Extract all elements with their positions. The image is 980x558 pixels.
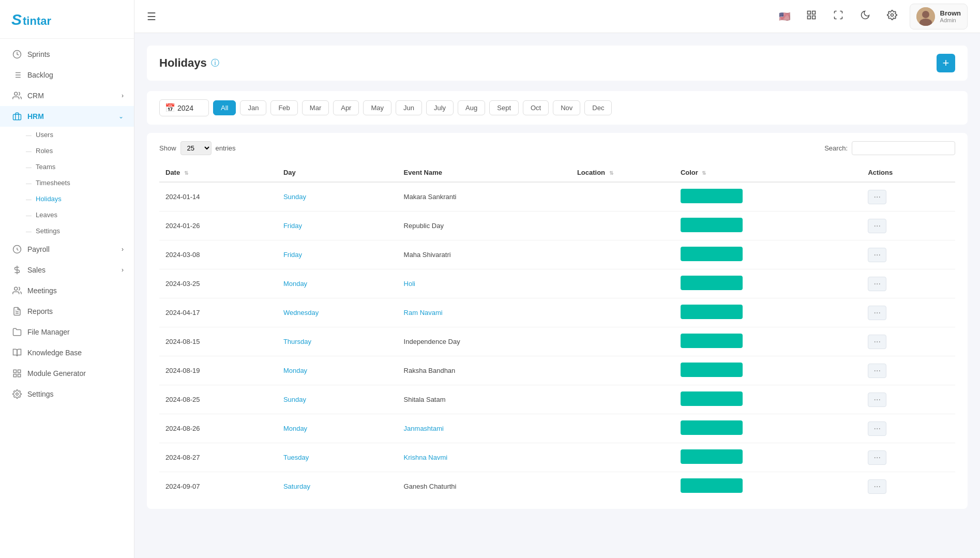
hrm-icon: [12, 111, 22, 122]
dark-mode-button[interactable]: [856, 7, 875, 26]
cell-location: [571, 385, 674, 414]
sidebar-item-knowledge-base[interactable]: Knowledge Base: [0, 342, 134, 363]
cell-date: 2024-04-17: [159, 298, 277, 327]
cell-event-name: Ganesh Chaturthi: [398, 472, 571, 501]
year-input[interactable]: [177, 104, 203, 112]
sidebar-item-settings[interactable]: Settings: [0, 384, 134, 404]
cell-color: [674, 240, 862, 269]
main-content: Holidays ⓘ + 📅 All Jan Feb Mar Apr May J…: [134, 33, 980, 558]
fullscreen-button[interactable]: [829, 7, 848, 26]
month-btn-jun[interactable]: Jun: [396, 100, 422, 115]
sidebar-item-payroll[interactable]: Payroll ›: [0, 239, 134, 260]
sidebar-item-teams[interactable]: Teams: [26, 159, 134, 175]
row-actions-button[interactable]: ···: [868, 277, 886, 291]
sidebar-item-backlog[interactable]: Backlog: [0, 65, 134, 85]
sidebar-item-users[interactable]: Users: [26, 127, 134, 143]
sidebar-item-payroll-label: Payroll: [27, 245, 50, 253]
cell-event-name: Raksha Bandhan: [398, 356, 571, 385]
sidebar-item-module-generator[interactable]: Module Generator: [0, 363, 134, 384]
svg-rect-19: [18, 374, 21, 377]
col-date[interactable]: Date ⇅: [159, 163, 277, 182]
calendar-icon: 📅: [165, 103, 175, 113]
row-actions-button[interactable]: ···: [868, 450, 886, 465]
page-title-row: Holidays ⓘ: [159, 56, 219, 70]
sidebar-item-holidays[interactable]: Holidays: [26, 191, 134, 207]
avatar: [916, 7, 935, 26]
table-row: 2024-01-26 Friday Republic Day ···: [159, 212, 955, 240]
entries-select[interactable]: 10 25 50 100: [180, 141, 212, 155]
settings-gear-button[interactable]: [883, 7, 901, 26]
sidebar-item-meetings[interactable]: Meetings: [0, 280, 134, 301]
color-swatch: [681, 189, 743, 203]
row-actions-button[interactable]: ···: [868, 393, 886, 407]
row-actions-button[interactable]: ···: [868, 219, 886, 233]
svg-point-27: [922, 11, 929, 18]
year-picker[interactable]: 📅: [159, 99, 209, 116]
col-event-name: Event Name: [398, 163, 571, 182]
col-day: Day: [277, 163, 398, 182]
cell-actions: ···: [862, 182, 955, 212]
color-swatch: [681, 449, 743, 464]
row-actions-button[interactable]: ···: [868, 248, 886, 262]
month-btn-all[interactable]: All: [213, 100, 236, 115]
cell-actions: ···: [862, 443, 955, 472]
sidebar-item-crm[interactable]: CRM ›: [0, 85, 134, 106]
month-btn-apr[interactable]: Apr: [333, 100, 359, 115]
month-btn-feb[interactable]: Feb: [270, 100, 297, 115]
table-row: 2024-08-27 Tuesday Krishna Navmi ···: [159, 443, 955, 472]
sidebar-item-sprints[interactable]: Sprints: [0, 44, 134, 65]
cell-location: [571, 356, 674, 385]
cell-day: Monday: [277, 356, 398, 385]
sidebar-item-reports[interactable]: Reports: [0, 301, 134, 322]
hamburger-button[interactable]: ☰: [147, 10, 156, 23]
payroll-icon: [12, 244, 22, 254]
cell-actions: ···: [862, 356, 955, 385]
sidebar-item-hrm[interactable]: HRM ⌄: [0, 106, 134, 127]
sidebar-item-sales[interactable]: Sales ›: [0, 260, 134, 280]
month-btn-nov[interactable]: Nov: [553, 100, 580, 115]
month-btn-dec[interactable]: Dec: [584, 100, 612, 115]
date-sort-icon: ⇅: [184, 170, 188, 176]
cell-day: Saturday: [277, 472, 398, 501]
fullscreen-icon: [833, 10, 843, 23]
col-location[interactable]: Location ⇅: [571, 163, 674, 182]
month-btn-mar[interactable]: Mar: [302, 100, 329, 115]
search-input[interactable]: [852, 141, 955, 155]
sales-icon: [12, 265, 22, 275]
sidebar-item-file-manager[interactable]: File Manager: [0, 322, 134, 342]
language-flag-button[interactable]: 🇺🇸: [775, 7, 794, 26]
user-profile-button[interactable]: Brown Admin: [910, 4, 968, 29]
cell-color: [674, 298, 862, 327]
col-color[interactable]: Color ⇅: [674, 163, 862, 182]
month-btn-oct[interactable]: Oct: [523, 100, 549, 115]
month-btn-july[interactable]: July: [426, 100, 454, 115]
cell-location: [571, 298, 674, 327]
sidebar-item-leaves[interactable]: Leaves: [26, 207, 134, 223]
month-btn-jan[interactable]: Jan: [240, 100, 266, 115]
cell-color: [674, 472, 862, 501]
sidebar-item-settings-hrm[interactable]: Settings: [26, 223, 134, 239]
cell-color: [674, 327, 862, 356]
add-holiday-button[interactable]: +: [937, 54, 955, 72]
cell-day: Sunday: [277, 385, 398, 414]
month-btn-may[interactable]: May: [363, 100, 391, 115]
row-actions-button[interactable]: ···: [868, 190, 886, 204]
row-actions-button[interactable]: ···: [868, 479, 886, 494]
row-actions-button[interactable]: ···: [868, 306, 886, 320]
table-header: Date ⇅ Day Event Name Location ⇅: [159, 163, 955, 182]
row-actions-button[interactable]: ···: [868, 421, 886, 436]
info-icon[interactable]: ⓘ: [211, 58, 219, 69]
row-actions-button[interactable]: ···: [868, 364, 886, 378]
table-section: Show 10 25 50 100 entries Search:: [147, 133, 968, 509]
row-actions-button[interactable]: ···: [868, 335, 886, 349]
month-btn-sept[interactable]: Sept: [489, 100, 519, 115]
sidebar-item-hrm-label: HRM: [27, 112, 44, 120]
month-btn-aug[interactable]: Aug: [458, 100, 485, 115]
color-swatch: [681, 391, 743, 406]
sidebar-item-timesheets[interactable]: Timesheets: [26, 175, 134, 191]
sidebar-item-roles[interactable]: Roles: [26, 143, 134, 159]
cell-location: [571, 443, 674, 472]
apps-button[interactable]: [802, 7, 821, 26]
color-swatch: [681, 218, 743, 232]
table-row: 2024-08-26 Monday Janmashtami ···: [159, 414, 955, 443]
